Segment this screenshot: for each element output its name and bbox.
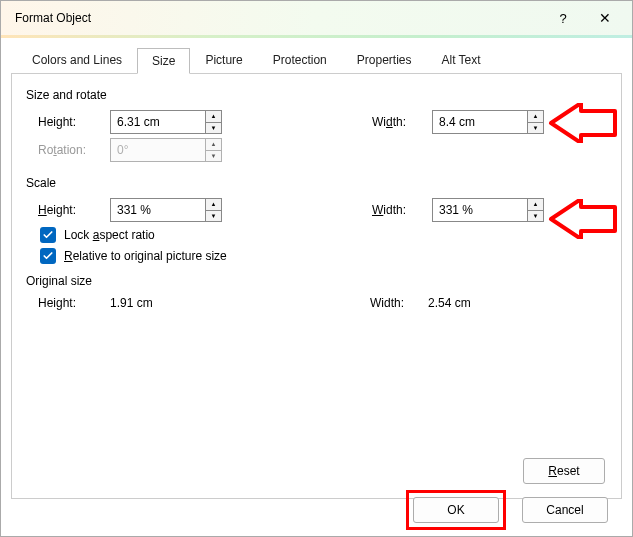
spin-down-icon[interactable]: ▼ [206, 123, 221, 134]
rotation-spin-buttons: ▲▼ [205, 139, 221, 161]
tab-protection[interactable]: Protection [258, 47, 342, 73]
tab-properties[interactable]: Properties [342, 47, 427, 73]
lock-aspect-checkbox[interactable] [40, 227, 56, 243]
value-orig-height: 1.91 cm [110, 296, 230, 310]
label-scale-width: Width: [372, 203, 432, 217]
width-spin-buttons[interactable]: ▲▼ [527, 111, 543, 133]
scale-height-input[interactable] [111, 199, 205, 221]
ok-button[interactable]: OK [413, 497, 499, 523]
reset-button[interactable]: Reset [523, 458, 605, 484]
tab-alt-text[interactable]: Alt Text [427, 47, 496, 73]
cancel-button[interactable]: Cancel [522, 497, 608, 523]
spin-up-icon[interactable]: ▲ [206, 199, 221, 211]
label-width: Width: [372, 115, 432, 129]
size-panel: Size and rotate Height: ▲▼ Width: ▲▼ Rot… [11, 73, 622, 499]
lock-aspect-ratio-row[interactable]: Lock aspect ratio [40, 227, 607, 243]
value-orig-width: 2.54 cm [428, 296, 548, 310]
height-spin-buttons[interactable]: ▲▼ [205, 111, 221, 133]
help-button[interactable]: ? [542, 4, 584, 32]
scale-width-spinner[interactable]: ▲▼ [432, 198, 544, 222]
relative-original-label: Relative to original picture size [64, 249, 227, 263]
spin-down-icon[interactable]: ▼ [528, 123, 543, 134]
label-height: Height: [26, 115, 110, 129]
scale-width-input[interactable] [433, 199, 527, 221]
relative-original-row[interactable]: Relative to original picture size [40, 248, 607, 264]
check-icon [42, 250, 54, 262]
titlebar: Format Object ? ✕ [1, 1, 632, 35]
tab-colors-and-lines[interactable]: Colors and Lines [17, 47, 137, 73]
group-scale: Scale [26, 176, 607, 190]
label-orig-width: Width: [370, 296, 428, 310]
tab-bar: Colors and Lines Size Picture Protection… [17, 47, 622, 73]
group-original-size: Original size [26, 274, 607, 288]
height-spinner[interactable]: ▲▼ [110, 110, 222, 134]
ok-highlight: OK [406, 490, 506, 530]
width-spinner[interactable]: ▲▼ [432, 110, 544, 134]
width-input[interactable] [433, 111, 527, 133]
rotation-input [111, 139, 205, 161]
group-size-rotate: Size and rotate [26, 88, 607, 102]
spin-up-icon[interactable]: ▲ [528, 111, 543, 123]
spin-up-icon: ▲ [206, 139, 221, 151]
tab-picture[interactable]: Picture [190, 47, 257, 73]
height-input[interactable] [111, 111, 205, 133]
label-rotation: Rotation: [26, 143, 110, 157]
relative-original-checkbox[interactable] [40, 248, 56, 264]
tab-size[interactable]: Size [137, 48, 190, 74]
scale-width-spin-buttons[interactable]: ▲▼ [527, 199, 543, 221]
check-icon [42, 229, 54, 241]
rotation-spinner: ▲▼ [110, 138, 222, 162]
format-object-dialog: Format Object ? ✕ Colors and Lines Size … [0, 0, 633, 537]
accent-strip [1, 35, 632, 38]
spin-up-icon[interactable]: ▲ [206, 111, 221, 123]
scale-height-spin-buttons[interactable]: ▲▼ [205, 199, 221, 221]
dialog-title: Format Object [15, 11, 91, 25]
spin-down-icon[interactable]: ▼ [528, 211, 543, 222]
dialog-footer: OK Cancel [1, 484, 632, 536]
label-scale-height: Height: [26, 203, 110, 217]
label-orig-height: Height: [26, 296, 110, 310]
close-button[interactable]: ✕ [584, 4, 626, 32]
spin-down-icon: ▼ [206, 151, 221, 162]
lock-aspect-label: Lock aspect ratio [64, 228, 155, 242]
spin-down-icon[interactable]: ▼ [206, 211, 221, 222]
scale-height-spinner[interactable]: ▲▼ [110, 198, 222, 222]
spin-up-icon[interactable]: ▲ [528, 199, 543, 211]
